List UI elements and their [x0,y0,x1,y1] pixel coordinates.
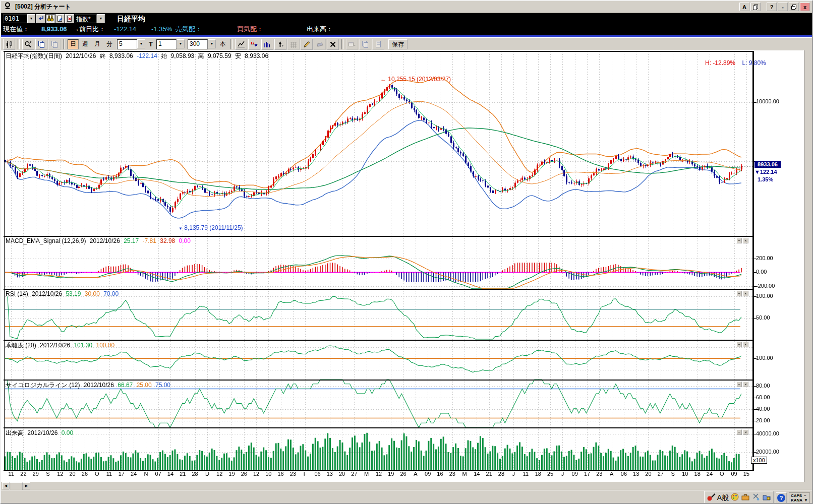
zoom-button[interactable] [22,39,34,50]
restore-button[interactable] [789,3,799,11]
x-axis-label: J [561,471,564,477]
save-button[interactable]: 保存 [388,39,408,49]
symbol-dropdown-button[interactable]: ▼ [27,14,35,23]
scrollbar-thumb[interactable] [10,482,23,490]
enter-icon[interactable] [36,14,45,23]
x-axis-label: 24 [707,471,713,477]
index-type-select[interactable]: 指数* [75,14,97,23]
font-size-button[interactable]: A [739,3,749,11]
panel-close-button[interactable]: × [743,238,748,243]
x-axis-label: 27 [658,471,664,477]
volume-panel-header: 出来高 2012/10/26 0.00 [6,429,75,437]
axis-tick-label: 100.00 [756,355,773,361]
instrument-name: 日経平均 [117,15,145,24]
ime-options-icon[interactable]: ▼ [804,498,808,502]
prev-diff-label: →前日比： [73,24,105,34]
vertical-scroll-strip[interactable] [804,50,813,482]
toolbar-separator [230,39,233,49]
panel-minimize-button[interactable]: − [736,342,742,347]
period-monthly-button[interactable]: 月 [92,39,103,49]
delete-drawing-button[interactable] [327,39,339,50]
histogram-button[interactable] [261,39,273,50]
x-axis-label: 21 [180,471,186,477]
x-axis-label: 17 [119,471,125,477]
panel-close-button[interactable]: × [743,429,748,435]
window-layout-disabled-button [346,39,358,50]
delete-page-icon[interactable] [65,14,74,23]
axis-tick-label: 100.00 [756,293,773,299]
x-axis-label: 21 [486,471,492,477]
period-minute-button[interactable]: 分 [104,39,115,49]
peak-annotation: ← 10,255.15 (2012/03/27) [380,76,451,83]
x-axis-label: 09 [425,471,431,477]
bar-count-select[interactable]: 300 ▼ [188,39,216,49]
x-axis-label: 12 [57,471,63,477]
x-axis-label: 23 [449,471,455,477]
panel-close-button[interactable]: × [743,291,748,296]
ime-pen-icon[interactable] [707,492,716,503]
macd-panel-header: MACD_EMA_Signal (12,26,9) 2012/10/26 25.… [6,237,193,244]
export-page-disabled-button [372,39,384,50]
x-axis-label: A [414,471,417,477]
axis-tick-label: 200.00 [756,255,773,261]
chart-date: 2012/10/26 [66,52,96,59]
binoculars-icon[interactable] [46,14,55,23]
ime-palette-icon[interactable] [730,492,739,503]
line-chart-button[interactable] [235,39,247,50]
x-axis-label: 28 [192,471,198,477]
x-axis-label: M [462,471,467,477]
axis-tick-label: 40000.00 [756,430,779,436]
edit-page-icon[interactable] [55,14,65,23]
prev-diff-pct: -1.35% [151,24,172,34]
period-daily-button[interactable]: 日 [68,39,79,49]
scroll-right-button[interactable]: ▶ [23,482,30,489]
x-axis-label: 12 [376,471,382,477]
x-axis-label: M [364,471,369,477]
x-axis-label: 15 [743,471,749,477]
panel-close-button[interactable]: × [743,382,748,387]
panel-minimize-button[interactable]: − [736,291,742,296]
panel-close-button[interactable]: × [743,342,748,347]
tick-interval-select[interactable]: 1 ▼ [156,39,185,49]
toolbar-separator [63,39,65,49]
x-axis-label: 26 [241,471,247,477]
minimize-button[interactable]: - [778,3,788,11]
price-chart-canvas[interactable] [1,50,813,482]
ime-snip-icon[interactable] [751,492,761,503]
panel-minimize-button[interactable]: − [736,382,742,387]
ime-dictionary-icon[interactable] [762,492,771,503]
symbol-code-input[interactable] [3,14,27,23]
combo-dropdown-button[interactable]: ▼ [208,39,216,48]
titlebar[interactable]: [5002] 分析チャート A ? - x [1,1,812,13]
minute-interval-select[interactable]: 5 ▼ [117,39,145,49]
period-weekly-button[interactable]: 週 [80,39,91,49]
panel-minimize-button[interactable]: − [736,238,742,243]
scroll-left-button[interactable]: ◀ [2,482,10,489]
candlestick-chart-button[interactable] [3,39,15,50]
ime-mode-button[interactable]: A般 [717,493,729,502]
axis-tick-label: 50.00 [756,314,770,321]
ime-toolbox-icon[interactable] [741,492,750,503]
combo-dropdown-button[interactable]: ▼ [177,39,185,48]
horizontal-scrollbar[interactable]: ◀ ▶ [2,482,30,489]
panel-minimize-button[interactable]: − [736,429,742,435]
x-axis-label: 07 [155,471,161,477]
x-axis-label: 11 [106,471,112,477]
sort-arrows-button[interactable] [274,39,286,50]
ime-minimize-icon[interactable]: − [804,493,808,498]
status-help-button[interactable]: ? [776,492,787,503]
histogram-updown-button[interactable] [248,39,260,50]
help-button[interactable]: ? [767,3,777,11]
combo-dropdown-button[interactable]: ▼ [137,39,145,48]
x-axis-label: 16 [437,471,443,477]
copy-window-icon[interactable] [750,3,761,11]
x-axis-labels: 112229S122026O111724N07142128D1219261210… [1,471,752,479]
index-type-dropdown-button[interactable]: ▼ [97,14,105,23]
x-axis-label: 24 [131,471,137,477]
close-button[interactable]: x [800,3,810,11]
draw-pencil-button[interactable] [301,39,313,50]
copy-page-button[interactable] [35,39,47,50]
ask-label: 売気配： [176,24,202,34]
rsi-panel-header: RSI (14) 2012/10/26 53.19 30.00 70.00 [6,290,121,297]
x-axis-label: A [610,471,613,477]
